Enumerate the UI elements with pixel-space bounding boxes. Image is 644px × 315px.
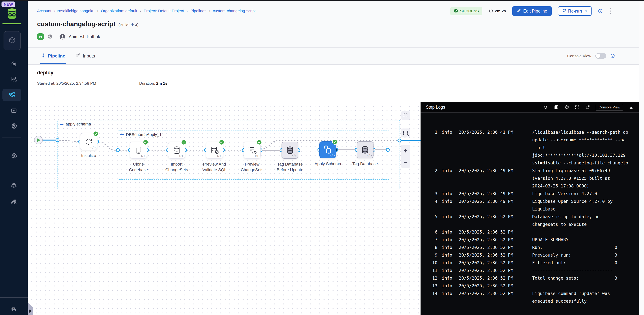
log-timestamp: 20/5/2025, 2:36:41 PM <box>459 128 528 136</box>
sidebar-item-databases[interactable] <box>0 73 28 86</box>
log-download-icon[interactable] <box>629 105 634 110</box>
code-mark-icon: </> <box>178 154 184 158</box>
step-node-preview-validate-sql[interactable]: </> <box>206 142 223 158</box>
sidebar-item-help-chat[interactable]: ? <box>0 303 28 315</box>
brand-logo-icon[interactable] <box>6 7 18 20</box>
log-timestamp: 20/5/2025, 2:36:52 PM <box>459 251 528 259</box>
log-level: info <box>442 290 455 298</box>
meta-row: ∞ Animesh Pathak <box>37 32 100 41</box>
breadcrumb-link-0[interactable]: Account: kurosakiichigo.songoku <box>37 8 94 13</box>
marquee-icon <box>403 131 408 135</box>
tab-inputs[interactable]: Inputs <box>76 48 95 64</box>
log-row: 13info20/5/2025, 2:36:52 PM <box>428 282 639 290</box>
pipeline-canvas[interactable]: apply schemaDBSchemaApply_1 </>Initializ… <box>28 102 420 315</box>
log-row: 5info20/5/2025, 2:36:52 PMDatabase is up… <box>428 213 639 228</box>
pipeline-settings-icon[interactable] <box>47 34 52 39</box>
log-timestamp: 20/5/2025, 2:36:52 PM <box>459 228 528 236</box>
step-node-clone-codebase[interactable]: </> <box>130 142 147 158</box>
step-node-initialize[interactable]: </> <box>80 133 97 150</box>
inputs-tab-icon <box>76 53 80 59</box>
canvas-marquee-button[interactable] <box>401 128 410 138</box>
step-node-import-changesets[interactable]: </> <box>168 142 185 158</box>
run-info-icon[interactable] <box>598 8 603 14</box>
tab-pipeline[interactable]: Pipeline <box>41 48 65 64</box>
log-line-number: 6 <box>428 228 438 236</box>
module-selector-button[interactable] <box>4 31 21 50</box>
breadcrumb-link-1[interactable]: Organization: default <box>101 8 137 13</box>
step-node-tag-database[interactable]: </> <box>357 142 374 158</box>
log-row: 9info20/5/2025, 2:36:52 PMPreviously run… <box>428 251 639 259</box>
edit-pipeline-button[interactable]: Edit Pipeline <box>512 6 552 16</box>
copy-icon <box>134 145 143 155</box>
sidebar-item-home[interactable] <box>0 57 28 70</box>
step-node-label: Tag Database <box>346 161 384 167</box>
log-line-number: 3 <box>428 190 438 198</box>
log-console-view-button[interactable]: Console View <box>596 104 623 111</box>
console-view-toggle[interactable] <box>595 53 606 58</box>
log-line-number: 9 <box>428 251 438 259</box>
log-level: info <box>442 213 455 220</box>
log-level: info <box>442 190 455 198</box>
sidebar-item-settings[interactable] <box>0 120 28 133</box>
sidebar-item-pipelines[interactable] <box>2 89 21 101</box>
log-level: info <box>442 167 455 174</box>
canvas-zoom-panel: + − <box>401 144 410 168</box>
collapse-group-icon[interactable] <box>120 134 124 135</box>
author-name: Animesh Pathak <box>69 34 100 39</box>
check-circle-icon <box>454 8 458 14</box>
org-icon <box>10 198 17 205</box>
log-search-icon[interactable] <box>543 105 548 110</box>
collapse-group-icon[interactable] <box>60 124 63 125</box>
step-node-apply-schema[interactable]: </> <box>320 142 336 158</box>
success-check-icon <box>332 139 338 145</box>
log-line-number: 7 <box>428 236 438 244</box>
log-message: Previously run:3 <box>532 251 637 259</box>
breadcrumb-link-4[interactable]: custom-changelog-script <box>213 8 256 13</box>
chat-question-icon: ? <box>10 306 17 313</box>
step-node-label: Tag Database Before Update <box>271 162 309 173</box>
dbops-module-icon: ∞ <box>37 33 44 40</box>
elapsed-text: 2m 2s <box>495 9 506 13</box>
step-node-tag-database-before-update[interactable]: </> <box>282 142 298 158</box>
step-logs-title: Step Logs <box>426 105 445 110</box>
sidebar-item-layers[interactable] <box>0 179 28 192</box>
zoom-in-button[interactable]: + <box>404 147 408 154</box>
gear-icon <box>10 123 17 130</box>
brand-underline <box>2 23 21 24</box>
success-check-icon <box>181 140 186 145</box>
log-level: info <box>442 267 455 274</box>
breadcrumb-link-2[interactable]: Project: Default Project <box>144 8 184 13</box>
log-settings-gear-icon[interactable] <box>564 105 569 110</box>
database-up-icon <box>323 145 333 155</box>
log-body[interactable]: 1info20/5/2025, 2:36:41 PM/liquibase/liq… <box>420 113 639 315</box>
expand-panel-arrow-icon[interactable] <box>29 309 32 313</box>
sidebar-item-executions[interactable] <box>0 104 28 117</box>
more-options-menu[interactable] <box>609 7 612 15</box>
sidebar-item-org-structure[interactable] <box>0 195 28 208</box>
breadcrumb-link-3[interactable]: Pipelines <box>190 8 206 13</box>
log-open-external-icon[interactable] <box>585 105 590 110</box>
console-view-info-icon[interactable] <box>610 54 615 58</box>
canvas-fullscreen-button[interactable] <box>401 111 410 120</box>
step-node-preview-changesets[interactable]: </> <box>244 142 260 158</box>
log-line-number: 1 <box>428 128 438 136</box>
log-level: info <box>442 198 455 205</box>
breadcrumb-separator: › <box>186 9 188 13</box>
refresh-icon <box>84 137 94 146</box>
log-fullscreen-icon[interactable] <box>575 105 580 110</box>
log-copy-icon[interactable] <box>554 105 558 110</box>
success-check-icon <box>256 140 262 145</box>
log-timestamp: 20/5/2025, 2:36:52 PM <box>459 290 528 298</box>
group-label-1[interactable]: DBSchemaApply_1 <box>120 132 162 137</box>
group-label-0[interactable]: apply schema <box>60 122 91 126</box>
sidebar-item-account-settings[interactable] <box>0 150 28 162</box>
code-mark-icon: </> <box>90 146 96 149</box>
log-timestamp: 20/5/2025, 2:36:49 PM <box>459 167 528 174</box>
rerun-button[interactable]: Re-run ▼ <box>558 6 592 16</box>
breadcrumb: Account: kurosakiichigo.songoku›Organiza… <box>37 8 256 13</box>
log-row: 7info20/5/2025, 2:36:52 PMUPDATE SUMMARY <box>428 236 639 244</box>
pipeline-icon <box>8 92 15 98</box>
list-code-icon <box>247 145 257 155</box>
page-scrollbar[interactable] <box>639 0 644 315</box>
zoom-out-button[interactable]: − <box>404 159 408 166</box>
